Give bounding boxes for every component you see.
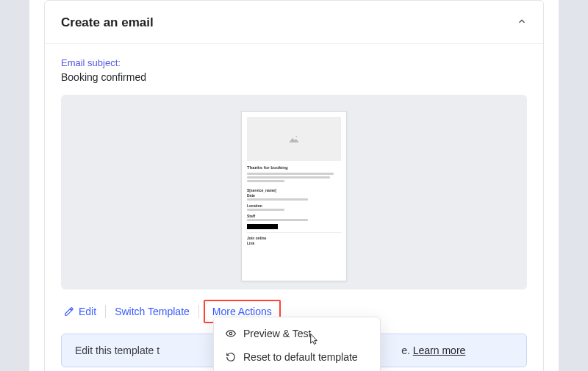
more-actions-label: More Actions — [212, 306, 272, 317]
reset-icon — [226, 352, 236, 362]
email-subject-value: Booking confirmed — [61, 71, 527, 83]
reset-template-item[interactable]: Reset to default template — [214, 345, 380, 369]
edit-label: Edit — [79, 306, 96, 317]
reset-template-label: Reset to default template — [243, 351, 358, 363]
email-preview-canvas: Thanks for booking S[service_name] Date … — [61, 95, 527, 289]
learn-more-link[interactable]: Learn more — [413, 345, 466, 356]
more-actions-dropdown: Preview & Test Reset to default template — [213, 317, 381, 371]
preview-test-label: Preview & Test — [243, 328, 311, 339]
panel-header[interactable]: Create an email — [45, 1, 543, 44]
chevron-up-icon — [517, 16, 527, 29]
separator — [198, 305, 199, 318]
create-email-panel: Create an email Email subject: Booking c… — [44, 0, 544, 371]
more-actions-button[interactable]: More Actions — [212, 306, 272, 317]
pencil-icon — [64, 306, 74, 317]
tip-text-start: Edit this template t — [75, 345, 159, 356]
thumb-service-label: S[service_name] — [247, 188, 341, 192]
switch-template-label: Switch Template — [115, 306, 190, 317]
svg-point-2 — [229, 332, 232, 335]
cursor-pointer-icon — [307, 333, 320, 350]
thumbnail-heading: Thanks for booking — [247, 165, 341, 170]
panel-title: Create an email — [61, 15, 154, 30]
svg-marker-0 — [289, 138, 298, 143]
email-subject-label: Email subject: — [61, 57, 527, 68]
switch-template-button[interactable]: Switch Template — [106, 303, 198, 320]
eye-icon — [226, 328, 236, 339]
tip-text-end: e. — [401, 345, 413, 356]
edit-button[interactable]: Edit — [61, 303, 105, 320]
svg-point-1 — [296, 136, 298, 137]
thumbnail-cta-button — [247, 224, 278, 229]
thumbnail-image-placeholder — [247, 117, 341, 161]
email-thumbnail[interactable]: Thanks for booking S[service_name] Date … — [241, 111, 347, 281]
preview-test-item[interactable]: Preview & Test — [214, 322, 380, 345]
